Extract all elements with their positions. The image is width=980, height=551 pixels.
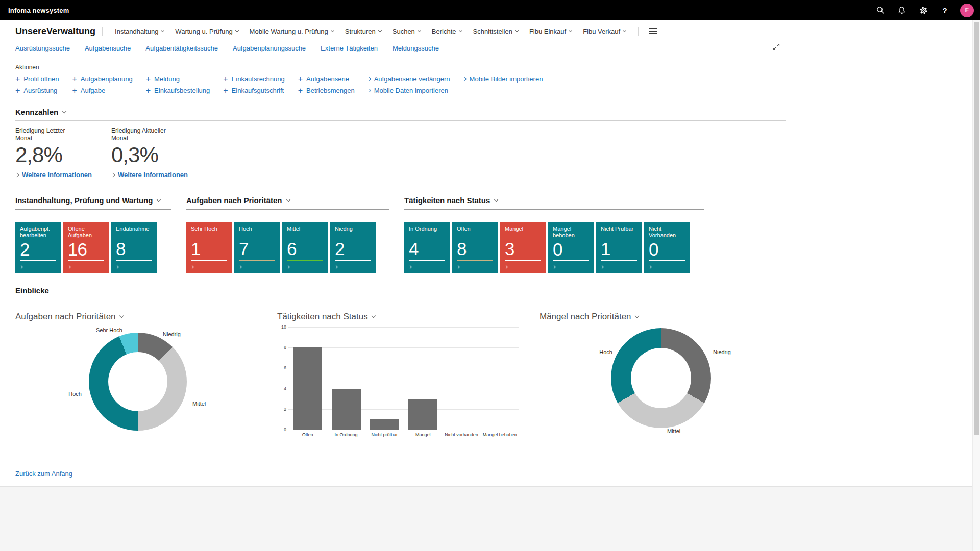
- x-axis-label-in-ordnung: In Ordnung: [327, 432, 365, 437]
- tile-status-line: [20, 260, 56, 261]
- scrollbar-thumb[interactable]: [974, 22, 979, 435]
- action-betriebsmengen[interactable]: +Betriebsmengen: [298, 87, 355, 94]
- cue-tile-endabnahme[interactable]: Endabnahme8: [111, 222, 157, 273]
- chart-panel-aufgaben-nach-prioritaeten: Aufgaben nach Prioritäten Sehr Hoch Nied…: [15, 302, 277, 446]
- action-einkaufsgutschrift[interactable]: +Einkaufsgutschrift: [223, 87, 284, 94]
- nav-menu-berichte[interactable]: Berichte: [432, 28, 462, 35]
- user-avatar[interactable]: F: [960, 4, 974, 17]
- nav-menu-schnittstellen[interactable]: Schnittstellen: [473, 28, 518, 35]
- action-ausrüstung[interactable]: +Ausrüstung: [15, 87, 59, 94]
- company-name[interactable]: UnsereVerwaltung: [15, 26, 95, 37]
- kpi-more-information-link[interactable]: Weitere Informationen: [111, 171, 207, 179]
- more-options-hamburger-icon[interactable]: [647, 26, 659, 36]
- nav-menu-suchen[interactable]: Suchen: [393, 28, 421, 35]
- chevron-down-icon[interactable]: [494, 197, 498, 201]
- y-axis-tick: 6: [277, 365, 286, 370]
- cue-tile-aufgabenpl-bearbeiten[interactable]: Aufgabenpl. bearbeiten2: [15, 222, 61, 273]
- quicklink-aufgabenplanungssuche[interactable]: Aufgabenplanungssuche: [233, 44, 306, 52]
- nav-menu-mobile-wartung-u-prüfung[interactable]: Mobile Wartung u. Prüfung: [250, 28, 334, 35]
- chevron-right-icon: [19, 265, 23, 269]
- collapse-header-icon[interactable]: [772, 42, 781, 54]
- chevron-down-icon[interactable]: [119, 314, 123, 318]
- cue-tile-in-ordnung[interactable]: In Ordnung4: [404, 222, 450, 273]
- cue-tile-offen[interactable]: Offen8: [452, 222, 498, 273]
- chevron-right-icon: [238, 265, 242, 269]
- gridline: [288, 347, 519, 348]
- chevron-down-icon[interactable]: [62, 109, 66, 113]
- gridline: [288, 409, 519, 410]
- gridline: [288, 368, 519, 368]
- actions-section-label: Aktionen: [15, 64, 786, 71]
- cue-tile-offene-aufgaben[interactable]: Offene Aufgaben16: [63, 222, 109, 273]
- donut-chart-maengel-nach-prioritaeten[interactable]: [611, 328, 711, 428]
- y-axis-tick: 2: [277, 407, 286, 412]
- tile-label: In Ordnung: [409, 226, 445, 238]
- bar-nicht-prüfbar[interactable]: [370, 419, 399, 430]
- chevron-down-icon[interactable]: [157, 197, 161, 201]
- cue-tile-nicht-vorhanden[interactable]: Nicht Vorhanden0: [644, 222, 690, 273]
- cue-tile-mangel[interactable]: Mangel3: [500, 222, 546, 273]
- nav-menu-label: Mobile Wartung u. Prüfung: [250, 28, 328, 35]
- back-to-top-link[interactable]: Zurück zum Anfang: [15, 470, 72, 478]
- bar-mangel[interactable]: [408, 399, 437, 430]
- cue-tile-mangel-behoben[interactable]: Mangel behoben0: [548, 222, 594, 273]
- settings-gear-icon[interactable]: [914, 2, 933, 19]
- cue-tile-sehr-hoch[interactable]: Sehr Hoch1: [186, 222, 232, 273]
- action-einkaufsrechnung[interactable]: +Einkaufsrechnung: [223, 75, 284, 83]
- group-heading: Aufgaben nach Prioritäten: [186, 196, 389, 205]
- action-aufgabe[interactable]: +Aufgabe: [72, 87, 132, 94]
- action-mobile-bilder-importieren[interactable]: Mobile Bilder importieren: [463, 75, 543, 83]
- quicklink-meldungssuche[interactable]: Meldungssuche: [393, 44, 439, 52]
- chevron-down-icon[interactable]: [371, 314, 375, 318]
- plus-icon: +: [15, 88, 20, 93]
- cue-tile-niedrig[interactable]: Niedrig2: [330, 222, 376, 273]
- segment-label-mittel: Mittel: [667, 428, 680, 434]
- action-aufgabenserie-verlängern[interactable]: Aufgabenserie verlängern: [368, 75, 450, 83]
- nav-menu-instandhaltung[interactable]: Instandhaltung: [115, 28, 164, 35]
- bar-in-ordnung[interactable]: [332, 389, 361, 430]
- action-aufgabenserie[interactable]: +Aufgabenserie: [298, 75, 355, 83]
- gridline: [288, 430, 519, 430]
- tile-status-line: [457, 260, 493, 261]
- bar-offen[interactable]: [293, 347, 322, 430]
- bar-chart-taetigkeiten-nach-status[interactable]: 0246810OffenIn OrdnungNicht prüfbarMange…: [288, 327, 519, 430]
- kpi-more-information-link[interactable]: Weitere Informationen: [15, 171, 111, 179]
- cue-tile-mittel[interactable]: Mittel6: [282, 222, 328, 273]
- einblicke-title: Einblicke: [15, 286, 49, 295]
- vertical-scrollbar[interactable]: [972, 20, 980, 551]
- help-icon[interactable]: ?: [936, 2, 954, 19]
- chevron-down-icon[interactable]: [286, 197, 290, 201]
- quicklink-aufgabentätigkeitssuche[interactable]: Aufgabentätigkeitssuche: [145, 44, 218, 52]
- chevron-down-icon: [569, 28, 572, 32]
- quick-links: AusrüstungssucheAufgabensucheAufgabentät…: [15, 44, 454, 52]
- nav-menu-fibu-einkauf[interactable]: Fibu Einkauf: [529, 28, 572, 35]
- x-axis-label-offen: Offen: [288, 432, 327, 437]
- plus-icon: +: [72, 88, 77, 93]
- kpi-erledigung-letzter-monat: Erledigung Letzter Monat2,8%Weitere Info…: [15, 127, 111, 179]
- tile-value: 8: [457, 240, 493, 258]
- quicklink-externe-tätigkeiten[interactable]: Externe Tätigkeiten: [321, 44, 378, 52]
- donut-chart-aufgaben-nach-prioritaeten[interactable]: [89, 333, 187, 431]
- tile-value: 8: [116, 240, 152, 258]
- tile-value: 1: [191, 240, 227, 258]
- action-meldung[interactable]: +Meldung: [146, 75, 210, 83]
- nav-menu-strukturen[interactable]: Strukturen: [345, 28, 381, 35]
- quicklink-ausrüstungssuche[interactable]: Ausrüstungssuche: [15, 44, 70, 52]
- chevron-right-icon: [368, 89, 371, 92]
- action-aufgabenplanung[interactable]: +Aufgabenplanung: [72, 75, 132, 83]
- nav-menu-fibu-verkauf[interactable]: Fibu Verkauf: [583, 28, 626, 35]
- nav-menu-label: Berichte: [432, 28, 456, 35]
- search-icon[interactable]: [871, 2, 890, 19]
- notifications-bell-icon[interactable]: [893, 2, 911, 19]
- nav-menu-wartung-u-prüfung[interactable]: Wartung u. Prüfung: [175, 28, 238, 35]
- chevron-down-icon[interactable]: [634, 314, 639, 318]
- cue-tile-hoch[interactable]: Hoch7: [234, 222, 280, 273]
- action-label: Ausrüstung: [23, 87, 57, 94]
- action-einkaufsbestellung[interactable]: +Einkaufsbestellung: [146, 87, 210, 94]
- action-mobile-daten-importieren[interactable]: Mobile Daten importieren: [368, 87, 450, 94]
- nav-menu-items: InstandhaltungWartung u. PrüfungMobile W…: [109, 28, 631, 35]
- action-profil-öffnen[interactable]: +Profil öffnen: [15, 75, 59, 83]
- action-label: Aufgabe: [81, 87, 105, 94]
- quicklink-aufgabensuche[interactable]: Aufgabensuche: [85, 44, 131, 52]
- cue-tile-nicht-prüfbar[interactable]: Nicht Prüfbar1: [596, 222, 642, 273]
